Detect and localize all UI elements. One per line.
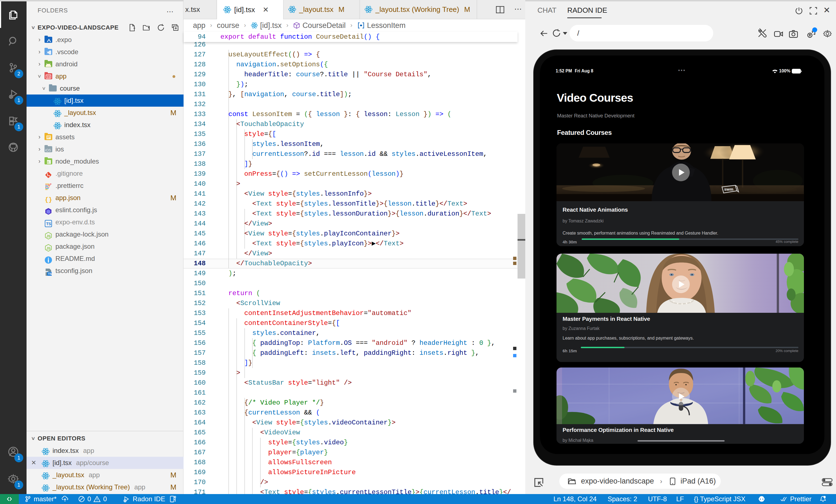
svg-text:{}: {} xyxy=(45,196,52,203)
svg-text:iOS: iOS xyxy=(45,148,51,152)
svg-text:n: n xyxy=(47,160,49,164)
svg-text:TS: TS xyxy=(48,272,52,275)
svg-text:JS: JS xyxy=(46,246,51,250)
svg-text:TS: TS xyxy=(46,221,51,226)
svg-text:JS: JS xyxy=(46,234,51,238)
svg-text:swm: swm xyxy=(724,187,734,192)
